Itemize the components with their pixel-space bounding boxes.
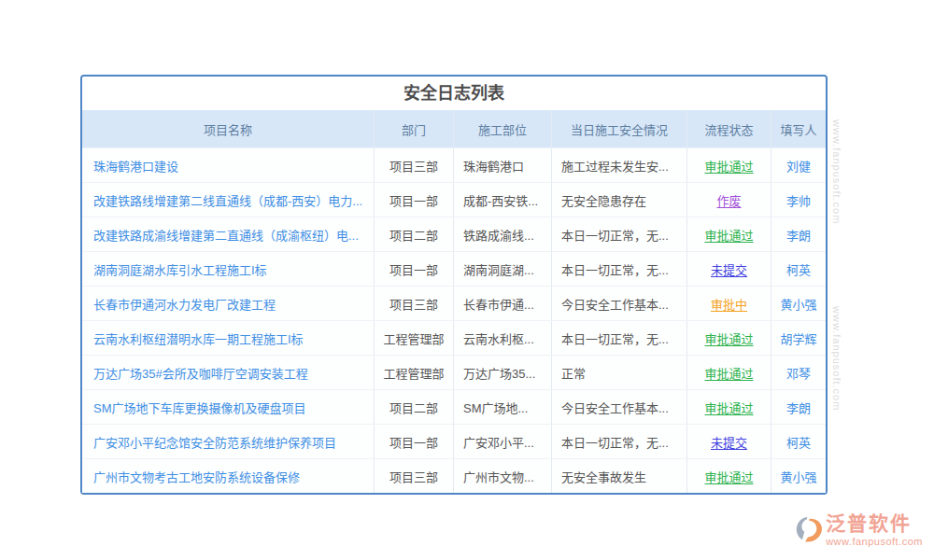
cell-dept: 工程管理部 (375, 321, 454, 355)
safety-situation-text: 无安全隐患存在 (561, 191, 646, 209)
workflow-status-link[interactable]: 审批通过 (704, 364, 753, 382)
project-link[interactable]: 改建铁路线增建第二线直通线（成都-西安）电力... (93, 191, 362, 209)
table-row: 改建铁路成渝线增建第二直通线（成渝枢纽）电...项目二部铁路成渝线...本日一切… (82, 217, 826, 251)
cell-dept: 项目一部 (375, 252, 454, 286)
safety-situation-text: 施工过程未发生安... (561, 157, 669, 175)
cell-project: 湖南洞庭湖水库引水工程施工I标 (82, 252, 375, 286)
cell-safety: 本日一切正常，无... (552, 252, 687, 286)
workflow-status-link[interactable]: 审批通过 (704, 399, 753, 416)
construction-part-text: 长春市伊通... (463, 295, 534, 313)
cell-part: 长春市伊通... (454, 287, 552, 320)
column-header-workflow-status: 流程状态 (687, 110, 771, 147)
cell-part: 铁路成渝线... (454, 217, 552, 251)
safety-situation-text: 本日一切正常，无... (561, 433, 669, 451)
cell-safety: 本日一切正常，无... (552, 217, 687, 251)
cell-project: 广州市文物考古工地安防系统设备保修 (82, 459, 375, 493)
project-link[interactable]: 广州市文物考古工地安防系统设备保修 (93, 468, 300, 485)
workflow-status-link[interactable]: 审批通过 (704, 157, 753, 175)
department-text: 项目三部 (389, 295, 438, 313)
cell-project: SM广场地下车库更换摄像机及硬盘项目 (82, 390, 375, 424)
writer-link[interactable]: 邓琴 (786, 364, 811, 382)
cell-part: 珠海鹤港口 (454, 148, 552, 182)
project-link[interactable]: 云南水利枢纽潜明水库一期工程施工I标 (93, 329, 304, 347)
safety-log-table: 安全日志列表 项目名称 部门 施工部位 当日施工安全情况 流程状态 填写人 珠海… (80, 75, 828, 495)
cell-part: 成都-西安铁... (454, 183, 552, 217)
column-header-writer: 填写人 (771, 110, 826, 147)
cell-writer: 李朗 (771, 390, 826, 424)
cell-project: 云南水利枢纽潜明水库一期工程施工I标 (82, 321, 375, 355)
department-text: 项目一部 (389, 433, 438, 451)
cell-status: 作废 (687, 183, 771, 217)
brand-name: 泛普软件 (826, 513, 923, 534)
table-row: 珠海鹤港口建设项目三部珠海鹤港口施工过程未发生安...审批通过刘健 (82, 147, 826, 182)
writer-link[interactable]: 黄小强 (780, 468, 816, 485)
construction-part-text: 云南水利枢... (463, 329, 534, 347)
safety-situation-text: 本日一切正常，无... (561, 260, 669, 278)
workflow-status-link[interactable]: 审批通过 (704, 468, 753, 485)
project-link[interactable]: 广安邓小平纪念馆安全防范系统维护保养项目 (93, 433, 336, 451)
table-row: 湖南洞庭湖水库引水工程施工I标项目一部湖南洞庭湖...本日一切正常，无...未提… (82, 251, 826, 286)
project-link[interactable]: 万达广场35#会所及咖啡厅空调安装工程 (93, 364, 308, 382)
cell-dept: 项目二部 (375, 217, 454, 251)
safety-situation-text: 正常 (561, 364, 586, 382)
column-header-construction-part: 施工部位 (454, 110, 552, 147)
cell-safety: 无安全隐患存在 (552, 183, 687, 217)
department-text: 项目二部 (389, 226, 438, 244)
cell-status: 审批通过 (687, 390, 771, 424)
cell-writer: 邓琴 (771, 356, 826, 389)
construction-part-text: 万达广场35... (463, 364, 535, 382)
cell-writer: 黄小强 (771, 459, 826, 493)
workflow-status-link[interactable]: 审批中 (711, 295, 747, 313)
cell-part: 湖南洞庭湖... (454, 252, 552, 286)
project-link[interactable]: 长春市伊通河水力发电厂改建工程 (93, 295, 276, 313)
cell-status: 审批通过 (687, 356, 771, 389)
cell-safety: 正常 (552, 356, 687, 389)
workflow-status-link[interactable]: 审批通过 (704, 226, 753, 244)
construction-part-text: SM广场地... (463, 399, 528, 416)
construction-part-text: 珠海鹤港口 (463, 157, 524, 175)
table-row: 广州市文物考古工地安防系统设备保修项目三部广州市文物...无安全事故发生审批通过… (82, 458, 826, 493)
cell-dept: 工程管理部 (375, 356, 454, 389)
writer-link[interactable]: 李帅 (786, 191, 811, 209)
department-text: 项目三部 (389, 468, 438, 485)
project-link[interactable]: 湖南洞庭湖水库引水工程施工I标 (93, 260, 267, 278)
workflow-status-link[interactable]: 作废 (716, 191, 741, 209)
cell-part: SM广场地... (454, 390, 552, 424)
cell-project: 改建铁路成渝线增建第二直通线（成渝枢纽）电... (82, 217, 375, 251)
workflow-status-link[interactable]: 未提交 (711, 433, 747, 451)
cell-safety: 今日安全工作基本... (552, 287, 687, 320)
table-header-row: 项目名称 部门 施工部位 当日施工安全情况 流程状态 填写人 (82, 110, 826, 147)
writer-link[interactable]: 柯英 (786, 260, 811, 278)
cell-project: 广安邓小平纪念馆安全防范系统维护保养项目 (82, 425, 375, 458)
writer-link[interactable]: 李朗 (786, 226, 811, 244)
project-link[interactable]: SM广场地下车库更换摄像机及硬盘项目 (93, 399, 306, 416)
cell-dept: 项目一部 (375, 183, 454, 217)
cell-part: 广州市文物... (454, 459, 552, 493)
project-link[interactable]: 改建铁路成渝线增建第二直通线（成渝枢纽）电... (93, 226, 359, 244)
writer-link[interactable]: 黄小强 (780, 295, 816, 313)
brand-url: www.fanpusoft.com (826, 536, 923, 547)
cell-writer: 黄小强 (771, 287, 826, 320)
department-text: 项目三部 (389, 157, 438, 175)
table-row: 改建铁路线增建第二线直通线（成都-西安）电力...项目一部成都-西安铁...无安… (82, 182, 826, 217)
cell-writer: 李朗 (771, 217, 826, 251)
writer-link[interactable]: 胡学辉 (780, 329, 816, 347)
cell-status: 未提交 (687, 425, 771, 458)
cell-dept: 项目二部 (375, 390, 454, 424)
cell-writer: 柯英 (771, 425, 826, 458)
fanpu-logo-icon (794, 515, 822, 543)
workflow-status-link[interactable]: 未提交 (711, 260, 747, 278)
cell-status: 审批通过 (687, 459, 771, 493)
safety-situation-text: 无安全事故发生 (561, 468, 646, 485)
writer-link[interactable]: 柯英 (786, 433, 811, 451)
department-text: 工程管理部 (383, 329, 444, 347)
workflow-status-link[interactable]: 审批通过 (704, 329, 753, 347)
safety-situation-text: 今日安全工作基本... (561, 399, 669, 416)
cell-writer: 柯英 (771, 252, 826, 286)
cell-writer: 胡学辉 (771, 321, 826, 355)
cell-safety: 本日一切正常，无... (552, 425, 687, 458)
project-link[interactable]: 珠海鹤港口建设 (93, 157, 178, 175)
writer-link[interactable]: 李朗 (786, 399, 811, 416)
writer-link[interactable]: 刘健 (786, 157, 811, 175)
cell-status: 审批通过 (687, 321, 771, 355)
